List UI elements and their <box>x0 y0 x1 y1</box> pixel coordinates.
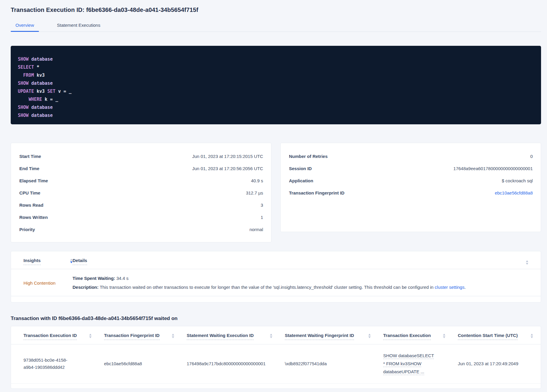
sort-icon <box>89 334 92 338</box>
sql-line: SHOW database <box>18 112 534 120</box>
summary-row-rows-written: Rows Written 1 <box>19 211 263 223</box>
sql-line: WHERE k = _ <box>18 95 534 104</box>
row-value: normal <box>249 227 263 232</box>
column-header-contention-start-time[interactable]: Contention Start Time (UTC) <box>458 333 535 340</box>
sort-up-icon <box>172 334 174 335</box>
column-header-statement-waiting-fingerprint-id[interactable]: Statement Waiting Fingerprint ID <box>285 333 383 340</box>
sort-up-icon <box>526 260 528 262</box>
tab-statement-executions[interactable]: Statement Executions <box>52 20 105 32</box>
row-value: 1 <box>261 215 263 220</box>
cell-statement-waiting-fingerprint-id: \xdb8922f077541dda <box>285 360 383 367</box>
row-label: Start Time <box>19 154 41 159</box>
row-label: Rows Written <box>19 215 48 220</box>
cluster-settings-link[interactable]: cluster settings <box>435 285 464 290</box>
row-value: Jun 01, 2023 at 17:20:15:2015 UTC <box>192 154 263 159</box>
column-header-statement-waiting-execution-id[interactable]: Statement Waiting Execution ID <box>187 333 285 340</box>
column-label: Contention Start Time (UTC) <box>458 333 518 340</box>
summary-row-priority: Priority normal <box>19 223 263 236</box>
insight-details: Time Spent Waiting: 34.4 s Description: … <box>73 275 531 290</box>
sql-line: SELECT * <box>18 63 534 71</box>
summary-row-start-time: Start Time Jun 01, 2023 at 17:20:15:2015… <box>19 150 263 162</box>
summary-row-end-time: End Time Jun 01, 2023 at 17:20:56:2056 U… <box>19 162 263 175</box>
transaction-fingerprint-link[interactable]: ebc10ae56cfd88a8 <box>495 190 533 195</box>
table-sort-control[interactable] <box>526 258 531 265</box>
insight-row: High Contention Time Spent Waiting: 34.4… <box>11 269 541 296</box>
sort-down-icon <box>172 336 174 338</box>
summary-row-session-id: Session ID 17648a9eea6017800000000000000… <box>289 162 533 175</box>
waited-on-table-header: Transaction Execution ID Transaction Fin… <box>11 326 541 344</box>
row-value: 0 <box>530 154 533 159</box>
summary-row-retries: Number of Retries 0 <box>289 150 533 162</box>
sort-down-icon <box>531 336 533 338</box>
sort-up-icon <box>368 334 371 335</box>
sort-icon <box>70 259 73 263</box>
cell-statement-waiting-execution-id: 176498a9c717bdc80000000000000001 <box>187 360 285 367</box>
waited-on-table-card: Transaction Execution ID Transaction Fin… <box>11 326 541 389</box>
tab-statement-executions-label: Statement Executions <box>57 23 100 28</box>
row-value: 17648a9eea6017800000000000000001 <box>453 166 533 171</box>
sort-icon <box>172 334 174 338</box>
sql-line: SHOW database <box>18 104 534 112</box>
column-label: Transaction Execution ID <box>23 333 77 340</box>
insights-column-header[interactable]: Insights <box>23 258 73 265</box>
description-text: This transaction waited on other transac… <box>99 285 435 290</box>
tab-overview-label: Overview <box>15 23 34 28</box>
cell-contention-start-time: Jun 01, 2023 at 17:20:49:2049 <box>458 360 535 367</box>
sort-up-icon <box>270 334 272 335</box>
insight-type-label: High Contention <box>23 280 73 286</box>
row-value: 40.9 s <box>251 178 263 183</box>
summary-row-cpu-time: CPU Time 312.7 µs <box>19 187 263 199</box>
tab-overview[interactable]: Overview <box>11 20 39 32</box>
insights-column-label: Insights <box>23 258 41 265</box>
column-label: Statement Waiting Execution ID <box>187 333 254 340</box>
row-label: Session ID <box>289 166 312 171</box>
sql-line: SHOW database <box>18 79 534 87</box>
column-header-transaction-execution-id[interactable]: Transaction Execution ID <box>23 333 104 340</box>
sort-up-icon <box>531 334 533 335</box>
waited-on-table-row: 9738d051-bc0e-4158-a9b4-1903586ddd42 ebc… <box>11 344 541 384</box>
sql-line: UPDATE kv3 SET v = _ <box>18 87 534 95</box>
sort-up-icon <box>89 334 92 335</box>
row-value: Jun 01, 2023 at 17:20:56:2056 UTC <box>192 166 263 171</box>
row-value: 3 <box>261 203 263 208</box>
row-value: 312.7 µs <box>246 190 263 195</box>
sort-icon <box>270 334 272 338</box>
time-spent-waiting: Time Spent Waiting: 34.4 s <box>73 275 531 281</box>
cell-transaction-fingerprint-id: ebc10ae56cfd88a8 <box>104 360 187 367</box>
time-spent-waiting-label: Time Spent Waiting: <box>73 276 115 281</box>
sort-icon <box>443 334 445 338</box>
tab-bar: Overview Statement Executions <box>11 20 541 32</box>
insights-table-header: Insights Details <box>11 251 541 269</box>
summary-row-rows-read: Rows Read 3 <box>19 199 263 211</box>
waited-on-section-title: Transaction with ID f6be6366-da03-48de-a… <box>11 316 541 322</box>
transaction-execution-preview-link[interactable]: SHOW databaseSELECT * FROM kv3SHOW datab… <box>383 352 436 376</box>
page-title: Transaction Execution ID: f6be6366-da03-… <box>11 7 541 13</box>
summary-row-elapsed-time: Elapsed Time 40.9 s <box>19 175 263 187</box>
transaction-times-card: Start Time Jun 01, 2023 at 17:20:15:2015… <box>11 143 271 242</box>
description-label: Description: <box>73 285 99 290</box>
column-header-transaction-execution[interactable]: Transaction Execution <box>383 333 458 340</box>
sql-statements-block: SHOW database SELECT * FROM kv3 SHOW dat… <box>11 46 541 124</box>
sort-icon <box>368 334 371 338</box>
sql-line: SHOW database <box>18 55 534 63</box>
column-label: Transaction Execution <box>383 333 431 340</box>
row-label: Number of Retries <box>289 154 328 159</box>
sort-icon <box>526 260 528 265</box>
insights-table-card: Insights Details High Contention Time Sp… <box>11 251 541 302</box>
transaction-details-page: Transaction Execution ID: f6be6366-da03-… <box>0 0 547 389</box>
row-label: Elapsed Time <box>19 178 48 183</box>
row-label: Rows Read <box>19 203 43 208</box>
sort-down-icon <box>368 336 371 338</box>
row-label: End Time <box>19 166 39 171</box>
summary-row-application: Application $ cockroach sql <box>289 175 533 187</box>
row-label: Transaction Fingerprint ID <box>289 190 345 195</box>
time-spent-waiting-value: 34.4 s <box>115 276 128 281</box>
row-label: Application <box>289 178 313 183</box>
column-header-transaction-fingerprint-id[interactable]: Transaction Fingerprint ID <box>104 333 187 340</box>
column-label: Transaction Fingerprint ID <box>104 333 160 340</box>
row-value: $ cockroach sql <box>502 178 533 183</box>
details-column-header[interactable]: Details <box>73 258 526 265</box>
sort-down-icon <box>89 336 92 338</box>
insight-description: Description: This transaction waited on … <box>73 284 531 290</box>
cell-transaction-execution-id: 9738d051-bc0e-4158-a9b4-1903586ddd42 <box>23 357 104 371</box>
